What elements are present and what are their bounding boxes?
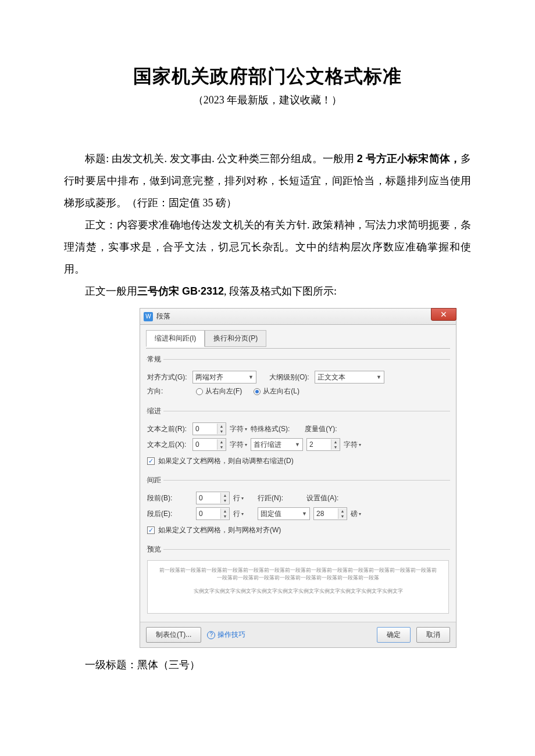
checkbox-snap-grid-label: 如果定义了文档网格，则与网格对齐(W) <box>158 525 281 535</box>
indent-after-value: 0 <box>195 440 199 449</box>
tabs: 缩进和间距(I) 换行和分页(P) <box>146 329 450 346</box>
group-spacing: 间距 段前(B): 0 ▲▼ 行▾ 行距(N): 设置值(A): 段后(E): <box>146 475 450 539</box>
paragraph-dialog: W 段落 ✕ 缩进和间距(I) 换行和分页(P) 常规 对齐方式(G): 两端对… <box>140 308 456 648</box>
radio-icon <box>254 388 261 395</box>
app-icon: W <box>144 312 153 321</box>
legend-general: 常规 <box>147 354 163 364</box>
unit-char-3[interactable]: 字符▾ <box>344 440 361 450</box>
dialog-titlebar: W 段落 ✕ <box>140 308 456 324</box>
chevron-down-icon: ▼ <box>248 374 254 380</box>
unit-line-2[interactable]: 行▾ <box>233 509 244 519</box>
checkbox-auto-indent[interactable]: ✓ 如果定义了文档网格，则自动调整右缩进(D) <box>147 456 294 466</box>
unit-line[interactable]: 行▾ <box>233 493 244 503</box>
p1-bold: 2 号方正小标宋简体， <box>357 153 461 164</box>
indent-before-value: 0 <box>195 425 199 433</box>
space-before-spin[interactable]: 0 ▲▼ <box>196 492 230 504</box>
preview-box: 前一段落前一段落前一段落前一段落前一段落前一段落前一段落前一段落前一段落前一段落… <box>147 560 449 614</box>
tabstops-button[interactable]: 制表位(T)... <box>146 627 201 643</box>
preview-text-2: 实例文字实例文字实例文字实例文字实例文字实例文字实例文字实例文字实例文字实例文字 <box>158 587 438 595</box>
space-after-label: 段后(E): <box>147 509 175 519</box>
setat-label: 设置值(A): <box>306 493 338 503</box>
indent-before-label: 文本之前(R): <box>147 424 189 434</box>
group-preview: 预览 前一段落前一段落前一段落前一段落前一段落前一段落前一段落前一段落前一段落前… <box>146 544 450 619</box>
dialog-title: 段落 <box>156 311 170 321</box>
chevron-down-icon: ▼ <box>376 374 381 380</box>
p1-label: 标题: <box>85 153 109 164</box>
unit-char[interactable]: 字符▾ <box>230 424 247 434</box>
ok-button[interactable]: 确定 <box>377 627 411 643</box>
p1-text-b: 由发文机关. 发文事由. 公文种类三部分组成。一般用 <box>109 153 356 164</box>
indent-before-spin[interactable]: 0 ▲▼ <box>192 422 226 435</box>
help-icon: ? <box>207 631 215 639</box>
group-general: 常规 对齐方式(G): 两端对齐 ▼ 大纲级别(O): 正文文本 ▼ 方向: <box>146 354 450 400</box>
special-value: 首行缩进 <box>254 440 281 450</box>
p3-bold: 三号仿宋 GB·2312 <box>137 285 224 297</box>
outline-label: 大纲级别(O): <box>269 372 311 382</box>
legend-spacing: 间距 <box>147 475 163 485</box>
preview-text-1: 前一段落前一段落前一段落前一段落前一段落前一段落前一段落前一段落前一段落前一段落… <box>158 567 438 582</box>
outline-value: 正文文本 <box>318 372 345 382</box>
paragraph-4: 一级标题：黑体（三号） <box>64 654 471 676</box>
p3-a: 正文一般用 <box>85 285 137 297</box>
paragraph-1: 标题: 由发文机关. 发文事由. 公文种类三部分组成。一般用 2 号方正小标宋简… <box>64 148 471 214</box>
check-icon: ✓ <box>147 526 155 534</box>
tips-label: 操作技巧 <box>217 630 245 640</box>
legend-indent: 缩进 <box>147 406 163 416</box>
measure-value: 2 <box>309 440 313 449</box>
setat-value: 28 <box>316 510 324 518</box>
linespacing-value: 固定值 <box>261 509 281 519</box>
close-button[interactable]: ✕ <box>431 308 456 321</box>
outline-combo[interactable]: 正文文本 ▼ <box>315 371 384 384</box>
measure-label: 度量值(Y): <box>305 424 337 434</box>
align-value: 两端对齐 <box>195 372 223 382</box>
p3-b: , 段落及格式如下图所示: <box>224 285 337 297</box>
direction-label: 方向: <box>147 386 175 396</box>
special-label: 特殊格式(S): <box>251 424 290 434</box>
linespacing-label: 行距(N): <box>258 493 283 503</box>
radio-ltr-label: 从左向右(L) <box>263 386 299 396</box>
dialog-footer: 制表位(T)... ? 操作技巧 确定 取消 <box>140 622 456 647</box>
space-before-label: 段前(B): <box>147 493 175 503</box>
align-label: 对齐方式(G): <box>147 372 189 382</box>
paragraph-2: 正文：内容要求准确地传达发文机关的有关方针. 政策精神，写法力求简明扼要，条理清… <box>64 214 471 280</box>
paragraph-3: 正文一般用三号仿宋 GB·2312, 段落及格式如下图所示: <box>64 280 471 302</box>
unit-char-2[interactable]: 字符▾ <box>230 440 247 450</box>
tab-indent-spacing[interactable]: 缩进和间距(I) <box>146 330 205 347</box>
chevron-down-icon: ▼ <box>295 442 300 447</box>
radio-icon <box>196 388 203 395</box>
radio-rtl[interactable]: 从右向左(F) <box>196 386 242 396</box>
tab-line-page-breaks[interactable]: 换行和分页(P) <box>205 330 266 347</box>
legend-preview: 预览 <box>147 544 163 554</box>
space-after-spin[interactable]: 0 ▲▼ <box>196 507 230 520</box>
group-indent: 缩进 文本之前(R): 0 ▲▼ 字符▾ 特殊格式(S): 度量值(Y): 文本… <box>146 406 450 470</box>
radio-rtl-label: 从右向左(F) <box>205 386 242 396</box>
doc-subtitle: （2023 年最新版，建议收藏！） <box>64 93 471 107</box>
linespacing-combo[interactable]: 固定值 ▼ <box>258 507 310 520</box>
space-after-value: 0 <box>199 510 203 518</box>
indent-after-spin[interactable]: 0 ▲▼ <box>192 438 226 451</box>
space-before-value: 0 <box>199 494 203 502</box>
check-icon: ✓ <box>147 457 155 465</box>
doc-title: 国家机关政府部门公文格式标准 <box>64 64 471 89</box>
measure-spin[interactable]: 2 ▲▼ <box>306 438 340 451</box>
radio-ltr[interactable]: 从左向右(L) <box>254 386 299 396</box>
checkbox-auto-indent-label: 如果定义了文档网格，则自动调整右缩进(D) <box>158 456 294 466</box>
special-combo[interactable]: 首行缩进 ▼ <box>251 438 303 451</box>
dialog-body: 缩进和间距(I) 换行和分页(P) 常规 对齐方式(G): 两端对齐 ▼ 大纲级… <box>140 324 456 648</box>
chevron-down-icon: ▼ <box>302 511 307 517</box>
unit-pt[interactable]: 磅▾ <box>351 509 361 519</box>
setat-spin[interactable]: 28 ▲▼ <box>313 507 347 520</box>
tips-link[interactable]: ? 操作技巧 <box>207 630 245 640</box>
cancel-button[interactable]: 取消 <box>416 627 450 643</box>
indent-after-label: 文本之后(X): <box>147 440 189 450</box>
align-combo[interactable]: 两端对齐 ▼ <box>192 371 256 384</box>
checkbox-snap-grid[interactable]: ✓ 如果定义了文档网格，则与网格对齐(W) <box>147 525 281 535</box>
tab-underline <box>146 348 450 349</box>
